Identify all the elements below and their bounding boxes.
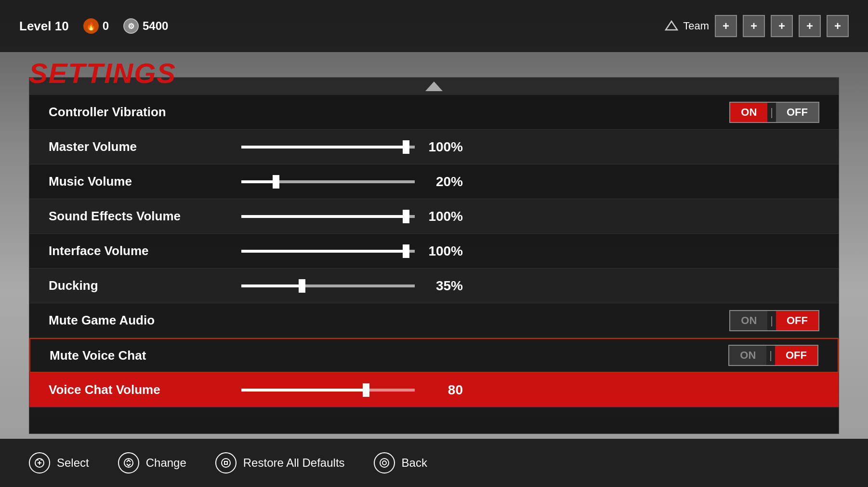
sfx-volume-value: 100% — [424, 209, 463, 224]
mute-voice-chat-label: Mute Voice Chat — [50, 348, 242, 363]
ducking-value: 35% — [424, 278, 463, 294]
voice-chat-volume-thumb — [363, 383, 369, 397]
mute-game-audio-toggle[interactable]: ON | OFF — [729, 310, 819, 331]
sfx-volume-thumb — [403, 210, 409, 223]
currency-2: ⚙ 5400 — [123, 18, 168, 34]
plus-button-5[interactable]: + — [827, 15, 849, 37]
setting-row-mute-game-audio[interactable]: Mute Game Audio ON | OFF — [29, 303, 839, 338]
bottom-action-change[interactable]: Change — [118, 452, 186, 473]
sfx-volume-control[interactable]: 100% — [241, 209, 819, 224]
select-icon — [29, 452, 50, 473]
mute-voice-chat-control[interactable]: ON | OFF — [728, 345, 818, 366]
toggle-on-vibration[interactable]: ON — [730, 103, 767, 122]
voice-chat-volume-track[interactable] — [241, 389, 415, 392]
controller-vibration-label: Controller Vibration — [49, 105, 241, 120]
svg-point-9 — [380, 459, 389, 467]
setting-row-interface-volume[interactable]: Interface Volume 100% — [29, 234, 839, 269]
interface-volume-label: Interface Volume — [49, 244, 241, 258]
sfx-volume-track[interactable] — [241, 215, 415, 218]
controller-vibration-toggle[interactable]: ON | OFF — [729, 102, 819, 123]
music-volume-track[interactable] — [241, 180, 415, 183]
setting-row-ducking[interactable]: Ducking 35% — [29, 269, 839, 303]
setting-row-voice-chat-volume[interactable]: Voice Chat Volume 80 — [29, 373, 839, 407]
master-volume-value: 100% — [424, 139, 463, 155]
sfx-volume-fill — [241, 215, 406, 218]
interface-volume-fill — [241, 250, 406, 253]
setting-row-mute-voice-chat[interactable]: Mute Voice Chat ON | OFF — [29, 338, 839, 373]
plus-button-2[interactable]: + — [743, 15, 765, 37]
back-icon — [374, 452, 395, 473]
bottom-bar: Select Change Restore All Defaults — [0, 439, 868, 487]
currency-2-value: 5400 — [143, 19, 168, 33]
voice-chat-volume-control[interactable]: 80 — [241, 382, 819, 398]
voice-chat-volume-value: 80 — [424, 382, 463, 398]
change-label: Change — [146, 456, 186, 470]
music-volume-thumb — [273, 175, 279, 189]
setting-row-controller-vibration[interactable]: Controller Vibration ON | OFF — [29, 95, 839, 130]
bottom-action-restore[interactable]: Restore All Defaults — [215, 452, 345, 473]
restore-icon — [215, 452, 237, 473]
master-volume-label: Master Volume — [49, 139, 241, 154]
team-section: Team — [665, 19, 709, 33]
voice-chat-volume-label: Voice Chat Volume — [49, 382, 241, 397]
currency-1-value: 0 — [103, 19, 109, 33]
master-volume-control[interactable]: 100% — [241, 139, 819, 155]
ducking-label: Ducking — [49, 278, 241, 293]
settings-list: Controller Vibration ON | OFF Master Vol… — [29, 95, 839, 407]
interface-volume-thumb — [403, 244, 409, 258]
setting-row-master-volume[interactable]: Master Volume 100% — [29, 130, 839, 164]
currency-1-icon: 🔥 — [83, 18, 99, 34]
master-volume-track[interactable] — [241, 146, 415, 149]
ducking-track[interactable] — [241, 284, 415, 287]
triangle-icon — [665, 19, 678, 33]
setting-row-music-volume[interactable]: Music Volume 20% — [29, 164, 839, 199]
toggle-off-vibration[interactable]: OFF — [776, 103, 818, 122]
top-bar: Level 10 🔥 0 ⚙ 5400 Team + + + + + — [0, 0, 868, 52]
toggle-on-mute-game[interactable]: ON — [730, 311, 767, 330]
toggle-on-mute-voice[interactable]: ON — [729, 346, 766, 365]
svg-rect-8 — [224, 461, 227, 464]
mute-game-audio-label: Mute Game Audio — [49, 313, 241, 328]
settings-title: SETTINGS — [29, 57, 176, 89]
interface-volume-value: 100% — [424, 244, 463, 259]
music-volume-label: Music Volume — [49, 174, 241, 189]
toggle-divider-mute-game: | — [767, 311, 776, 330]
interface-volume-track[interactable] — [241, 250, 415, 253]
bottom-action-select[interactable]: Select — [29, 452, 89, 473]
svg-point-7 — [222, 459, 230, 467]
select-label: Select — [57, 456, 89, 470]
currency-2-icon: ⚙ — [123, 18, 139, 34]
music-volume-fill — [241, 180, 276, 183]
ducking-thumb — [299, 279, 305, 293]
plus-button-1[interactable]: + — [715, 15, 737, 37]
mute-voice-chat-toggle[interactable]: ON | OFF — [728, 345, 818, 366]
restore-label: Restore All Defaults — [243, 456, 345, 470]
main-panel: Controller Vibration ON | OFF Master Vol… — [29, 77, 839, 434]
change-icon — [118, 452, 139, 473]
bottom-action-back[interactable]: Back — [374, 452, 427, 473]
currency-1: 🔥 0 — [83, 18, 109, 34]
ducking-fill — [241, 284, 302, 287]
toggle-off-mute-game[interactable]: OFF — [776, 311, 818, 330]
music-volume-value: 20% — [424, 174, 463, 189]
toggle-divider: | — [767, 103, 776, 122]
ducking-control[interactable]: 35% — [241, 278, 819, 294]
plus-button-3[interactable]: + — [771, 15, 793, 37]
team-label: Team — [683, 20, 709, 32]
toggle-off-mute-voice[interactable]: OFF — [775, 346, 817, 365]
svg-point-10 — [382, 461, 386, 465]
top-right-section: Team + + + + + — [665, 15, 849, 37]
plus-button-4[interactable]: + — [799, 15, 821, 37]
toggle-divider-mute-voice: | — [766, 346, 775, 365]
master-volume-fill — [241, 146, 406, 149]
back-label: Back — [402, 456, 427, 470]
music-volume-control[interactable]: 20% — [241, 174, 819, 189]
mute-game-audio-control[interactable]: ON | OFF — [729, 310, 819, 331]
sfx-volume-label: Sound Effects Volume — [49, 209, 241, 224]
controller-vibration-control[interactable]: ON | OFF — [729, 102, 819, 123]
interface-volume-control[interactable]: 100% — [241, 244, 819, 259]
voice-chat-volume-fill — [241, 389, 366, 392]
scroll-up-arrow — [425, 81, 443, 91]
svg-marker-0 — [666, 21, 677, 30]
setting-row-sfx-volume[interactable]: Sound Effects Volume 100% — [29, 199, 839, 234]
